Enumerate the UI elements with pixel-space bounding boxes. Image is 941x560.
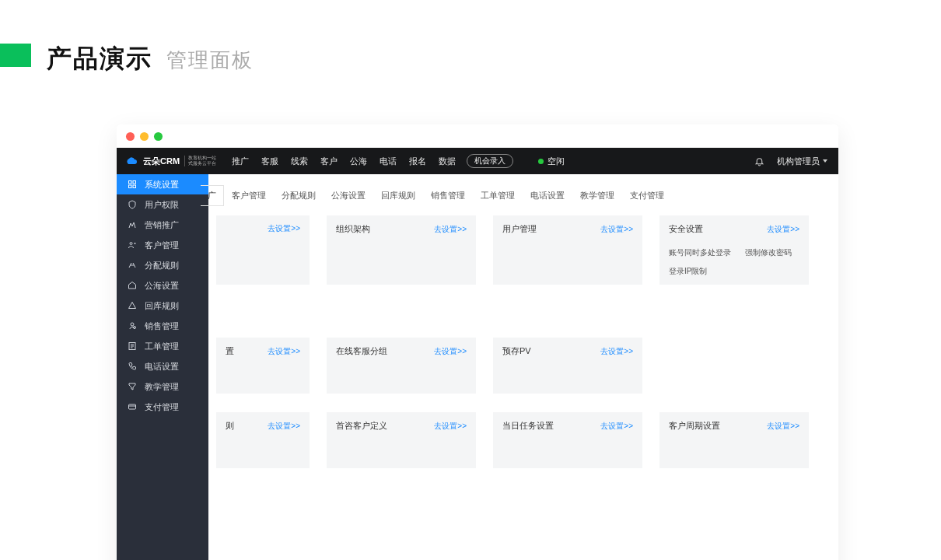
- go-settings-link[interactable]: 去设置>>: [600, 224, 633, 235]
- top-nav-item[interactable]: 公海: [350, 156, 367, 167]
- sidebar-item-label: 公海设置: [145, 280, 179, 292]
- cloud-icon: [124, 156, 138, 166]
- bell-icon[interactable]: [754, 156, 764, 166]
- tab[interactable]: 支付管理: [622, 185, 672, 206]
- card-title: 预存PV: [502, 345, 531, 357]
- svg-rect-0: [129, 181, 132, 184]
- card-title: 首咨客户定义: [336, 420, 387, 432]
- go-settings-link[interactable]: 去设置>>: [268, 421, 300, 432]
- card: 置去设置>>: [216, 338, 310, 394]
- sidebar-icon: [128, 362, 137, 371]
- user-name: 机构管理员: [777, 156, 820, 167]
- svg-point-5: [131, 323, 134, 326]
- tab[interactable]: 分配规则: [274, 185, 324, 206]
- card-title: 安全设置: [669, 223, 703, 235]
- tab[interactable]: 教学管理: [572, 185, 622, 206]
- sidebar: 系统设置用户权限营销推广客户管理分配规则公海设置回库规则销售管理工单管理电话设置…: [117, 174, 208, 560]
- brand-logo[interactable]: 云朵CRM 教育机构一站 式服务云平台: [117, 156, 224, 167]
- go-settings-link[interactable]: 去设置>>: [600, 346, 633, 357]
- record-button[interactable]: 机会录入: [467, 154, 513, 168]
- top-nav: 推广客服线索客户公海电话报名数据: [232, 156, 456, 167]
- sidebar-item-label: 销售管理: [145, 320, 179, 332]
- card-title: 用户管理: [502, 223, 537, 235]
- card-title: 组织架构: [336, 223, 370, 235]
- top-nav-item[interactable]: 线索: [291, 156, 308, 167]
- go-settings-link[interactable]: 去设置>>: [268, 346, 300, 357]
- sidebar-item-label: 回库规则: [145, 300, 179, 312]
- sidebar-icon: [128, 281, 137, 290]
- sidebar-item[interactable]: 营销推广: [117, 215, 208, 235]
- tab[interactable]: 电话设置: [523, 185, 572, 206]
- card-head: 置去设置>>: [226, 345, 300, 357]
- top-nav-item[interactable]: 推广: [232, 156, 249, 167]
- sidebar-item[interactable]: 用户权限: [117, 194, 208, 215]
- app-body: 系统设置用户权限营销推广客户管理分配规则公海设置回库规则销售管理工单管理电话设置…: [117, 174, 838, 560]
- sidebar-item[interactable]: 销售管理: [117, 316, 208, 336]
- card-head: 在线客服分组去设置>>: [336, 345, 467, 357]
- section-label: [226, 303, 229, 313]
- close-icon[interactable]: [126, 132, 135, 141]
- sidebar-item[interactable]: 回库规则: [117, 296, 208, 316]
- card-body-item: 登录IP限制: [669, 266, 707, 277]
- sidebar-icon: [128, 200, 137, 209]
- go-settings-link[interactable]: 去设置>>: [434, 224, 467, 235]
- sidebar-icon: [128, 180, 137, 189]
- card: 当日任务设置去设置>>: [493, 412, 642, 468]
- sidebar-item[interactable]: 工单管理: [117, 336, 208, 356]
- page-header: 产品演示 管理面板: [47, 0, 941, 100]
- sidebar-item-label: 客户管理: [145, 240, 179, 251]
- tab[interactable]: 工单管理: [473, 185, 523, 206]
- sidebar-item[interactable]: 电话设置: [117, 356, 208, 376]
- card-title: 客户周期设置: [669, 420, 720, 432]
- sidebar-item-label: 用户权限: [145, 199, 179, 211]
- page-title: 产品演示: [47, 42, 152, 76]
- go-settings-link[interactable]: 去设置>>: [600, 421, 633, 432]
- brand-name: 云朵CRM: [143, 156, 180, 167]
- top-nav-item[interactable]: 数据: [439, 156, 456, 167]
- go-settings-link[interactable]: 去设置>>: [268, 223, 300, 234]
- sidebar-icon: [128, 321, 137, 331]
- tab[interactable]: 回库规则: [373, 185, 423, 206]
- topbar: 云朵CRM 教育机构一站 式服务云平台 推广客服线索客户公海电话报名数据 机会录…: [117, 148, 838, 174]
- card-title: 置: [226, 345, 234, 357]
- sidebar-icon: [128, 382, 137, 391]
- top-nav-item[interactable]: 客户: [320, 156, 338, 167]
- brand-sub-line2: 式服务云平台: [188, 161, 216, 166]
- card-title: 在线客服分组: [336, 345, 387, 357]
- sidebar-item[interactable]: 支付管理: [117, 397, 208, 417]
- sidebar-item[interactable]: 系统设置: [117, 174, 208, 194]
- card: 用户管理去设置>>: [493, 215, 642, 285]
- sidebar-item[interactable]: 公海设置: [117, 275, 208, 296]
- sidebar-item[interactable]: 教学管理: [117, 376, 208, 397]
- top-nav-item[interactable]: 电话: [380, 156, 397, 167]
- sidebar-item-label: 电话设置: [145, 361, 179, 373]
- sidebar-item[interactable]: 客户管理: [117, 235, 208, 255]
- tab[interactable]: 广: [201, 185, 224, 206]
- minimize-icon[interactable]: [140, 132, 149, 141]
- tab[interactable]: 客户管理: [224, 185, 274, 206]
- top-nav-item[interactable]: 客服: [261, 156, 278, 167]
- tab[interactable]: 销售管理: [423, 185, 473, 206]
- top-nav-item[interactable]: 报名: [409, 156, 426, 167]
- tab[interactable]: 公海设置: [324, 185, 373, 206]
- tab-row: 广客户管理分配规则公海设置回库规则销售管理工单管理电话设置教学管理支付管理: [208, 174, 838, 211]
- card: 组织架构去设置>>: [327, 215, 476, 285]
- go-settings-link[interactable]: 去设置>>: [767, 421, 799, 432]
- sidebar-item-label: 分配规则: [145, 260, 179, 271]
- sidebar-icon: [128, 240, 137, 250]
- card-body-item: 强制修改密码: [745, 247, 792, 258]
- go-settings-link[interactable]: 去设置>>: [767, 224, 799, 235]
- green-accent-bar: [0, 44, 31, 67]
- card-row: [216, 303, 831, 319]
- maximize-icon[interactable]: [154, 132, 163, 141]
- go-settings-link[interactable]: 去设置>>: [434, 346, 467, 357]
- status-text: 空闲: [547, 156, 565, 167]
- sidebar-item[interactable]: 分配规则: [117, 255, 208, 275]
- user-menu[interactable]: 机构管理员: [777, 156, 827, 167]
- card-title: 则: [226, 420, 234, 432]
- chevron-down-icon: [823, 159, 827, 163]
- go-settings-link[interactable]: 去设置>>: [434, 421, 467, 432]
- status-indicator: 空闲: [538, 156, 565, 167]
- card-head: 去设置>>: [226, 223, 300, 234]
- card-head: 当日任务设置去设置>>: [502, 420, 633, 432]
